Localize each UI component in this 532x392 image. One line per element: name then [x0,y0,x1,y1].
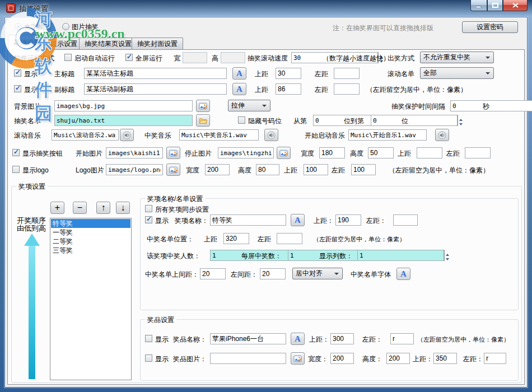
roll-music-play-button[interactable] [120,129,134,141]
maximize-button[interactable] [487,0,503,11]
start-music-input[interactable] [348,129,427,141]
roll-list-dropdown[interactable]: 全部 [420,67,494,79]
hgap-input[interactable] [260,268,286,279]
btn-top-input[interactable] [417,147,442,158]
close-button[interactable] [503,0,528,11]
logo-width-label: 宽度 [186,166,199,175]
win-music-input[interactable] [179,129,259,141]
goods-width-input[interactable] [330,353,354,364]
goods-image-picker-button[interactable] [291,352,305,365]
minimize-button[interactable] [470,0,487,11]
title-bar: 抽奖设置 [0,0,532,17]
start-image-picker-button[interactable] [166,147,180,159]
btn-top-label: 上距 [398,149,411,158]
show-logo-checkbox[interactable] [12,166,20,173]
main-title-font-button[interactable]: A [232,67,246,80]
win-music-play-button[interactable] [264,129,278,141]
roll-music-input[interactable] [52,129,119,141]
show-draw-button-checkbox[interactable] [12,149,20,156]
start-image-input[interactable] [106,147,163,158]
prize-name-font-button[interactable]: A [291,214,305,226]
subtitle-top-input[interactable] [276,83,301,95]
draw-mode-dropdown[interactable]: 不允许重复中奖 [420,52,494,63]
show-main-title-checkbox[interactable] [14,69,21,77]
btn-height-input[interactable] [368,147,394,158]
fullscreen-checkbox[interactable] [125,54,133,61]
goods-group: 奖品设置 [140,319,519,381]
goods-left-input[interactable] [390,333,414,344]
set-password-button[interactable]: 设置密码 [462,21,518,33]
to-input[interactable] [371,115,457,126]
tab-basic-settings[interactable]: 基础设置 [8,35,46,50]
align-dropdown[interactable]: 居中对齐 [292,268,343,279]
lottery-settings-window: 抽奖设置 文字抽奖 图片抽奖 注：在抽奖界面可以直接拖拽排版 设置密码 基础设置… [0,0,532,392]
subtitle-font-button[interactable]: A [232,83,246,95]
main-title-input[interactable] [84,68,227,79]
text-lottery-radio[interactable] [15,23,22,30]
stop-image-input[interactable] [218,147,274,158]
start-music-play-button[interactable] [435,129,449,141]
logo-width-input[interactable] [205,164,230,175]
tab-cover-settings[interactable]: 抽奖封面设置 [132,38,183,50]
show-label: 显示 [155,216,169,226]
goods-top2-input[interactable] [433,353,457,364]
goods-name-font-button[interactable]: A [291,333,305,345]
winner-pos-label: 中奖名单位置： [147,235,194,244]
protect-input[interactable] [450,100,532,111]
show-goods-image-checkbox[interactable] [145,354,152,362]
logo-image-input[interactable] [106,164,163,175]
sync-all-checkbox[interactable] [145,205,152,212]
winner-font-button[interactable]: A [396,268,410,280]
show-prize-name-checkbox[interactable] [145,216,152,223]
logo-picker-button[interactable] [166,164,180,176]
subtitle-input[interactable] [84,83,227,95]
tab-hint-settings[interactable]: 提示设置 [45,38,83,50]
speaker-icon [267,131,276,139]
hide-digits-checkbox[interactable] [238,116,245,124]
autostart-checkbox[interactable] [64,54,72,61]
btn-width-input[interactable] [319,147,345,158]
stretch-dropdown[interactable]: 拉伸 [228,100,270,111]
show-label: 显示 [155,335,169,344]
to-spinner [371,115,396,126]
goods-top-input[interactable] [330,333,354,344]
run-height-input[interactable] [221,52,245,63]
namelist-browse-button[interactable] [196,114,210,127]
logo-top-input[interactable] [304,164,328,175]
tab-result-page-settings[interactable]: 抽奖结果页设置 [79,38,137,50]
main-title-top-input[interactable] [276,68,301,79]
run-width-input[interactable] [183,52,207,63]
goods-name-input[interactable] [210,333,286,344]
pos-left-input[interactable] [277,233,302,244]
show-goods-name-checkbox[interactable] [145,335,152,342]
vgap-input[interactable] [200,268,226,279]
background-input[interactable] [54,100,193,111]
logo-height-input[interactable] [256,164,279,175]
show-subtitle-checkbox[interactable] [14,85,21,92]
speed-hint: （数字越小速度越快） [323,54,390,63]
left-label: 左距 [315,69,328,79]
image-lottery-label: 图片抽奖 [72,22,99,32]
main-title-left-input[interactable] [334,68,360,79]
namelist-input[interactable] [54,115,193,126]
top-label: 上距 [255,85,268,95]
btn-left-input[interactable] [465,147,491,158]
columns-input[interactable] [357,250,444,261]
stop-image-picker-button[interactable] [277,147,291,159]
pos-top-input[interactable] [223,233,249,244]
goods-height-input[interactable] [386,353,410,364]
background-picker-button[interactable] [196,100,210,112]
subtitle-left-input[interactable] [334,83,360,95]
center-hint: （左距留空为居中，单位：像素） [417,335,510,344]
prize-top-input[interactable] [335,214,361,226]
image-lottery-radio[interactable] [62,23,69,30]
logo-left-input[interactable] [351,164,376,175]
goods-image-input[interactable] [210,353,286,364]
show-draw-button-label: 显示抽奖按钮 [22,149,63,158]
prize-name-input[interactable] [210,214,286,226]
goods-left2-input[interactable] [484,353,506,364]
prize-left-input[interactable] [393,214,418,226]
btn-left-label: 左距 [446,149,460,158]
btn-height-label: 高度 [350,149,363,158]
stop-image-label: 停止图片 [185,149,212,158]
